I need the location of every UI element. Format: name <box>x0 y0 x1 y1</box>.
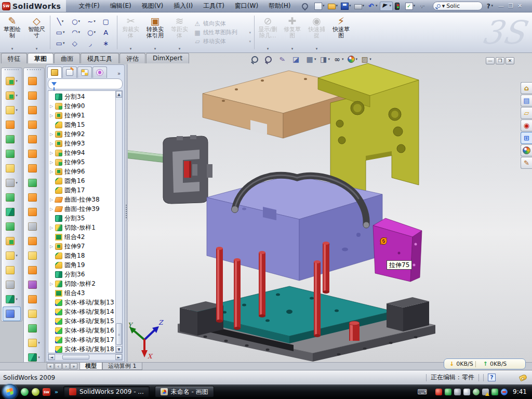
dropdown-arrow-icon[interactable]: ▾ <box>94 20 96 23</box>
quick-access-button[interactable]: ▾ <box>404 2 417 10</box>
scrollbar-thumb[interactable]: ≡ <box>116 323 122 345</box>
tree-item[interactable]: ▷ 拉伸93 <box>48 139 115 148</box>
circle-tool-icon[interactable]: ○ ▾ <box>68 16 84 27</box>
dropdown-arrow-icon[interactable]: ▾ <box>249 31 251 35</box>
repair-sketch-button[interactable]: ✚ 修复草 图 ▾ <box>280 12 304 52</box>
dropdown-arrow-icon[interactable]: ▾ <box>323 4 325 8</box>
quick-access-button[interactable]: ▾ <box>327 2 339 10</box>
quick-access-button[interactable]: ▾ <box>353 2 366 10</box>
tag-icon[interactable] <box>519 374 528 381</box>
trim-entities-button[interactable]: ✂ 剪裁实 体 ▾ <box>118 12 143 52</box>
tray-network-warning-icon[interactable] <box>482 389 489 395</box>
dropdown-arrow-icon[interactable]: ▾ <box>179 47 181 51</box>
quick-access-button[interactable]: ▾ <box>300 2 312 10</box>
commandmanager-tab[interactable]: 草图 <box>28 53 54 63</box>
toolbar-button[interactable]: ▾ <box>24 176 44 190</box>
toolbar-button[interactable]: ▾ <box>2 263 22 277</box>
toolbar-button[interactable]: ▾ <box>24 307 44 321</box>
help-dropdown-icon[interactable]: ▾ <box>491 4 494 8</box>
dropdown-arrow-icon[interactable]: ▾ <box>36 47 38 51</box>
help-menu[interactable]: ? ▾ <box>487 3 493 10</box>
configurationmanager-tab[interactable] <box>77 66 92 78</box>
expand-arrow-icon[interactable]: ▷ <box>50 197 55 202</box>
expand-arrow-icon[interactable]: ▷ <box>50 151 55 155</box>
tree-item[interactable]: ▷ 组合43 <box>48 288 115 298</box>
3d-model-canvas[interactable]: Y Z X <box>128 53 532 362</box>
taskbar-task-button[interactable]: 未命名 - 画图 <box>155 386 214 397</box>
tree-item[interactable]: ▷ 拉伸94 <box>48 148 115 157</box>
mirror-entities-button[interactable]: ⚠ 镜向实体 ▾ <box>192 20 253 28</box>
quick-access-button[interactable]: ▾ <box>340 2 352 10</box>
dropdown-arrow-icon[interactable]: ▾ <box>16 297 18 301</box>
commandmanager-tab[interactable]: 曲面 <box>54 53 80 63</box>
dropdown-arrow-icon[interactable]: ▾ <box>376 4 378 8</box>
toolbar-button[interactable]: ▾ <box>24 336 44 350</box>
dropdown-arrow-icon[interactable]: ▾ <box>78 20 80 23</box>
tree-item[interactable]: ▷ 实体-移动/复制17 <box>48 335 115 344</box>
tree-item[interactable]: ▷ 切除-放样2 <box>48 279 115 288</box>
quick-launch-media-icon[interactable] <box>32 388 39 396</box>
expand-arrow-icon[interactable]: ▷ <box>50 104 55 109</box>
side-block-magenta[interactable] <box>373 218 422 282</box>
tree-item[interactable]: ▷ 拉伸92 <box>48 129 115 139</box>
nozzle-tube-green[interactable] <box>128 150 167 163</box>
dropdown-arrow-icon[interactable]: ▾ <box>16 108 18 112</box>
doc-close-button[interactable]: ✕ <box>506 57 514 64</box>
heads-up-button[interactable]: ▾ <box>292 55 303 63</box>
tree-item[interactable]: ▷ 拉伸91 <box>48 111 115 120</box>
dropdown-arrow-icon[interactable]: ▾ <box>16 94 18 98</box>
quick-access-button[interactable]: ▾ <box>417 2 430 10</box>
dimxpertmanager-tab[interactable] <box>92 66 107 78</box>
toolbar-button[interactable]: ▾ <box>2 147 22 161</box>
linear-sketch-pattern-button[interactable]: ▦ 线性草图阵列 ▾ <box>192 29 253 36</box>
tab-nav-button[interactable]: › <box>62 363 70 369</box>
sketch-draw-button[interactable]: ✎ 草图绘 制 ▾ <box>0 12 24 52</box>
tray-antivirus-icon[interactable] <box>435 389 442 395</box>
vertical-scrollbar[interactable]: ▲ ≡ ▼ <box>115 91 122 353</box>
ellipse-tool-icon[interactable]: ○ ▾ <box>84 27 99 38</box>
tray-sync-icon[interactable] <box>473 389 480 395</box>
tab-nav-button[interactable]: » <box>70 363 77 369</box>
tree-item[interactable]: ▷ 圆角19 <box>48 260 115 270</box>
toolbar-button[interactable]: ▾ <box>24 117 44 132</box>
expand-arrow-icon[interactable]: ▷ <box>50 225 55 230</box>
slot-tool-icon[interactable]: ▭ ▾ <box>52 38 68 49</box>
dropdown-arrow-icon[interactable]: ▾ <box>349 4 351 8</box>
tree-item[interactable]: ▷ 拉伸95 <box>48 157 115 167</box>
toolbar-button[interactable]: ▾ <box>2 74 22 88</box>
tree-item[interactable]: ▷ 圆角18 <box>48 251 115 260</box>
tree-item[interactable]: ▷ 圆角15 <box>48 120 115 129</box>
toolbar-button[interactable]: ▾ <box>2 292 22 307</box>
dropdown-arrow-icon[interactable]: ▾ <box>38 341 40 345</box>
sketch-fillet-icon[interactable]: ◞ ▾ <box>84 38 99 49</box>
toolbar-button[interactable]: ▾ <box>24 219 44 234</box>
panel-splitter[interactable] <box>125 64 128 362</box>
start-button[interactable] <box>2 384 18 399</box>
expand-arrow-icon[interactable]: ▷ <box>50 169 55 174</box>
point-tool-icon[interactable]: ∗ ▾ <box>99 38 115 49</box>
tree-item[interactable]: ▷ 分割35 <box>48 214 115 223</box>
menu-item[interactable]: 窗口(W) <box>230 0 263 12</box>
tree-item[interactable]: ▷ 实体-移动/复制14 <box>48 307 115 316</box>
scroll-right-arrow[interactable]: ► <box>115 354 122 360</box>
dropdown-arrow-icon[interactable]: ▾ <box>390 4 392 8</box>
toolbar-button[interactable]: ▾ <box>2 132 22 147</box>
smart-dimension-button[interactable]: ◇ 智能尺 寸 ▾ <box>24 12 49 52</box>
expand-arrow-icon[interactable]: ▷ <box>50 244 55 249</box>
menu-item[interactable]: 帮助(H) <box>263 0 296 12</box>
close-button[interactable]: ✕ <box>517 3 522 9</box>
status-help-icon[interactable]: ? <box>488 374 496 381</box>
menu-item[interactable]: 文件(F) <box>73 0 104 12</box>
heads-up-button[interactable]: ▾ <box>264 55 275 63</box>
rapid-sketch-button[interactable]: ⚡ 快速草 图 ▾ <box>329 12 353 52</box>
expand-arrow-icon[interactable]: ▷ <box>50 282 55 286</box>
heads-up-button[interactable]: ▾ <box>250 55 261 63</box>
selection-marquee-icon[interactable]: ▢ ▾ <box>99 16 115 27</box>
spline-tool-icon[interactable]: ~ ▾ <box>84 16 99 27</box>
toolbar-button[interactable]: ▾ <box>24 103 44 117</box>
locating-cylinder-red[interactable] <box>349 321 360 341</box>
featuremanager-tree-tab[interactable] <box>47 66 62 78</box>
h-scrollbar-thumb[interactable] <box>62 355 89 360</box>
dropdown-arrow-icon[interactable]: ▾ <box>78 31 80 34</box>
dropdown-arrow-icon[interactable]: ▾ <box>16 79 18 83</box>
